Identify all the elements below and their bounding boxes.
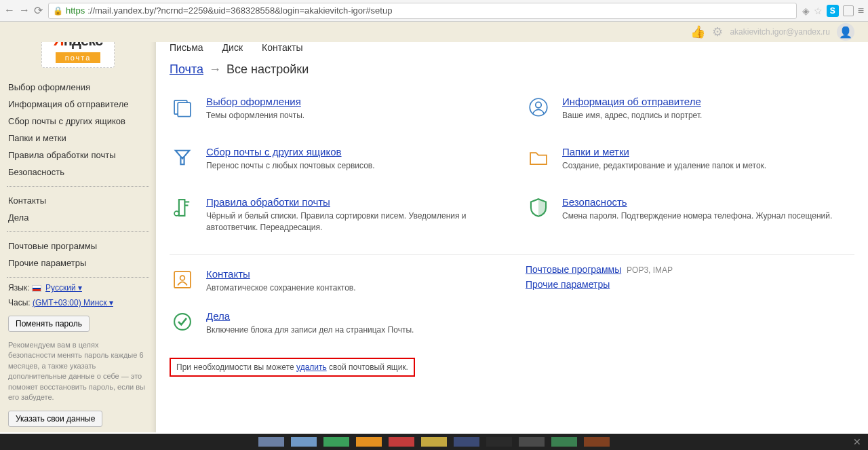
sidebar-item[interactable]: Почтовые программы	[0, 238, 156, 255]
delete-mailbox-notice: При необходимости вы можете удалить свой…	[170, 358, 415, 377]
svg-rect-5	[179, 200, 185, 216]
sidebar-item[interactable]: Безопасность	[0, 164, 156, 181]
svg-point-3	[536, 102, 542, 108]
address-bar[interactable]: 🔒 https://mail.yandex.by/?ncrnd=2259&uid…	[48, 3, 797, 19]
back-icon[interactable]: ←	[4, 4, 15, 17]
sidebar-item[interactable]: Информация об отправителе	[0, 96, 156, 113]
eye-icon[interactable]: ◈	[802, 5, 810, 16]
setting-todo: Дела Включение блока для записи дел на с…	[170, 303, 498, 345]
svg-point-9	[174, 314, 191, 330]
sidebar: Яндекс почта Выбор оформленияИнформация …	[0, 22, 156, 432]
nav-buttons: ← → ⟳	[4, 4, 43, 17]
setting-link[interactable]: Правила обработки почты	[206, 196, 330, 208]
setting-desc: Перенос почты с любых почтовых сервисов.	[206, 160, 375, 172]
setting-link[interactable]: Папки и метки	[562, 146, 629, 157]
page-body: Яндекс почта Выбор оформленияИнформация …	[0, 22, 868, 432]
menu-icon[interactable]: ≡	[858, 5, 864, 17]
setting-desc: Темы оформления почты.	[206, 110, 304, 121]
sidebar-item[interactable]: Контакты	[0, 192, 156, 209]
setting-item: БезопасностьСмена пароля. Подтверждение …	[526, 189, 854, 243]
setting-item: Выбор оформленияТемы оформления почты.	[170, 89, 498, 131]
breadcrumb: Почта → Все настройки	[170, 62, 854, 89]
setting-item: Папки и меткиСоздание, редактирование и …	[526, 139, 854, 181]
breadcrumb-current: Все настройки	[226, 62, 309, 77]
setting-contacts-link[interactable]: Контакты	[206, 268, 250, 280]
other-params-link[interactable]: Прочие параметры	[526, 279, 610, 290]
sidebar-item[interactable]: Сбор почты с других ящиков	[0, 113, 156, 130]
extensions: ◈ ☆ S ≡	[802, 5, 864, 17]
contacts-icon	[170, 268, 195, 294]
flag-ru-icon	[32, 285, 41, 292]
other-params-row: Прочие параметры	[526, 279, 854, 290]
url-text: ://mail.yandex.by/?ncrnd=2259&uid=368328…	[87, 5, 392, 16]
theme-icon	[170, 96, 195, 121]
setting-item: Сбор почты с других ящиковПеренос почты …	[170, 139, 498, 181]
todo-icon	[170, 310, 195, 336]
top-navigation: Письма Диск Контакты	[170, 42, 854, 62]
page-header: 👍 ⚙ akakievitch.igor@yandex.ru 👤	[0, 22, 868, 42]
gear-icon[interactable]: ⚙	[712, 24, 723, 39]
nav-mail[interactable]: Письма	[170, 42, 203, 53]
mail-programs-link[interactable]: Почтовые программы	[526, 264, 621, 275]
setting-desc: Чёрный и белый списки. Правила сортировк…	[206, 210, 498, 233]
url-https: https	[66, 5, 85, 16]
sidebar-item[interactable]: Правила обработки почты	[0, 147, 156, 164]
folder-icon	[526, 146, 551, 172]
rules-icon	[170, 196, 195, 222]
mail-protocols: POP3, IMAP	[627, 265, 673, 275]
lock-icon: 🔒	[53, 6, 63, 16]
setting-todo-link[interactable]: Дела	[206, 310, 230, 322]
setting-todo-desc: Включение блока для записи дел на страни…	[206, 324, 414, 336]
setting-desc: Смена пароля. Подтверждение номера телеф…	[562, 210, 832, 222]
setting-item: Информация об отправителеВаше имя, адрес…	[526, 89, 854, 131]
reload-icon[interactable]: ⟳	[34, 4, 43, 17]
setting-link[interactable]: Информация об отправителе	[562, 96, 701, 107]
sidebar-item[interactable]: Папки и метки	[0, 130, 156, 147]
forward-icon[interactable]: →	[19, 4, 30, 17]
change-password-button[interactable]: Поменять пароль	[8, 316, 90, 332]
svg-point-8	[180, 276, 185, 280]
skype-icon[interactable]: S	[827, 5, 839, 17]
mail-programs-row: Почтовые программы POP3, IMAP	[526, 264, 854, 275]
sidebar-item[interactable]: Выбор оформления	[0, 79, 156, 96]
bookmark-star-icon[interactable]: ☆	[814, 5, 823, 16]
password-hint: Рекомендуем вам в целях безопасности мен…	[0, 337, 156, 405]
setting-contacts-desc: Автоматическое сохранение контактов.	[206, 282, 356, 294]
breadcrumb-root[interactable]: Почта	[170, 62, 203, 77]
arrow-right-icon: →	[209, 62, 221, 77]
avatar[interactable]: 👤	[837, 23, 854, 41]
setting-desc: Создание, редактирование и удаление папо…	[562, 160, 766, 172]
extras-section: Контакты Автоматическое сохранение конта…	[170, 261, 854, 345]
security-icon	[526, 196, 551, 222]
main-content: Письма Диск Контакты Почта → Все настрой…	[156, 22, 868, 432]
sidebar-item[interactable]: Прочие параметры	[0, 255, 156, 271]
timezone-row: Часы: (GMT+03:00) Минск ▾	[0, 295, 156, 310]
extension-icon[interactable]	[843, 5, 854, 16]
timezone-select[interactable]: (GMT+03:00) Минск ▾	[33, 298, 113, 307]
user-email[interactable]: akakievitch.igor@yandex.ru	[730, 27, 830, 37]
thumbs-up-icon[interactable]: 👍	[690, 24, 705, 39]
setting-link[interactable]: Выбор оформления	[206, 96, 301, 107]
language-row: Язык: Русский ▾	[0, 280, 156, 295]
setting-desc: Ваше имя, адрес, подпись и портрет.	[562, 110, 702, 121]
logo-service: почта	[56, 52, 101, 63]
sidebar-item[interactable]: Дела	[0, 209, 156, 226]
language-select[interactable]: Русский ▾	[45, 283, 82, 293]
set-personal-data-button[interactable]: Указать свои данные	[8, 411, 102, 427]
setting-item: Правила обработки почтыЧёрный и белый сп…	[170, 189, 498, 243]
delete-mailbox-link[interactable]: удалить	[296, 362, 327, 372]
browser-toolbar: ← → ⟳ 🔒 https://mail.yandex.by/?ncrnd=22…	[0, 0, 868, 22]
setting-link[interactable]: Сбор почты с других ящиков	[206, 146, 342, 157]
nav-contacts[interactable]: Контакты	[262, 42, 302, 53]
setting-contacts: Контакты Автоматическое сохранение конта…	[170, 261, 498, 303]
svg-rect-1	[178, 102, 191, 116]
collect-icon	[170, 146, 195, 172]
nav-disk[interactable]: Диск	[222, 42, 243, 53]
sender-icon	[526, 96, 551, 121]
setting-link[interactable]: Безопасность	[562, 196, 627, 208]
